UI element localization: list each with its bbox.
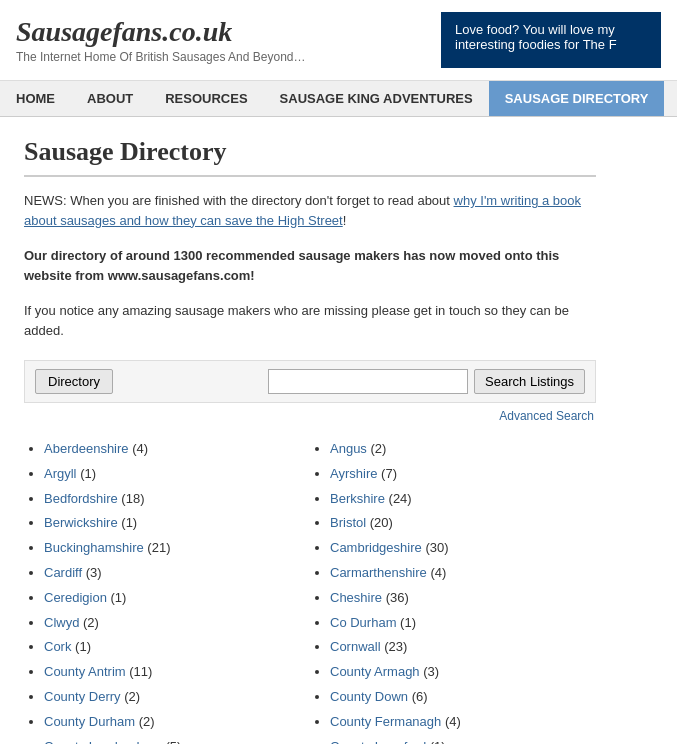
directory-link[interactable]: County Antrim <box>44 664 126 679</box>
directory-link[interactable]: Cheshire <box>330 590 382 605</box>
count-badge: (30) <box>425 540 448 555</box>
list-item: Berkshire (24) <box>330 489 596 510</box>
search-area: Search Listings <box>123 369 585 394</box>
directory-link[interactable]: Bristol <box>330 515 366 530</box>
nav-resources[interactable]: RESOURCES <box>149 81 263 116</box>
list-item: Cork (1) <box>44 637 310 658</box>
list-item: Buckinghamshire (21) <box>44 538 310 559</box>
list-item: Clwyd (2) <box>44 613 310 634</box>
directory-link[interactable]: Cambridgeshire <box>330 540 422 555</box>
directory-link[interactable]: Angus <box>330 441 367 456</box>
nav-adventures[interactable]: SAUSAGE KING ADVENTURES <box>264 81 489 116</box>
count-badge: (6) <box>412 689 428 704</box>
count-badge: (7) <box>381 466 397 481</box>
count-badge: (21) <box>147 540 170 555</box>
site-tagline: The Internet Home Of British Sausages An… <box>16 50 306 64</box>
list-item: Argyll (1) <box>44 464 310 485</box>
directory-link[interactable]: County Armagh <box>330 664 420 679</box>
info-text: If you notice any amazing sausage makers… <box>24 301 596 340</box>
directory-toolbar: Directory Search Listings <box>24 360 596 403</box>
count-badge: (2) <box>139 714 155 729</box>
list-item: Berwickshire (1) <box>44 513 310 534</box>
list-item: Aberdeenshire (4) <box>44 439 310 460</box>
search-listings-button[interactable]: Search Listings <box>474 369 585 394</box>
directory-link[interactable]: County Down <box>330 689 408 704</box>
directory-link[interactable]: Clwyd <box>44 615 79 630</box>
list-item: County Derry (2) <box>44 687 310 708</box>
news-suffix: ! <box>343 213 347 228</box>
nav-press[interactable]: PRESS <box>664 81 677 116</box>
directory-link[interactable]: County Durham <box>44 714 135 729</box>
list-item: Angus (2) <box>330 439 596 460</box>
list-item: Cardiff (3) <box>44 563 310 584</box>
count-badge: (2) <box>371 441 387 456</box>
directory-link[interactable]: Ayrshire <box>330 466 377 481</box>
directory-button[interactable]: Directory <box>35 369 113 394</box>
directory-link[interactable]: Buckinghamshire <box>44 540 144 555</box>
count-badge: (2) <box>83 615 99 630</box>
count-badge: (1) <box>430 739 446 744</box>
main-nav: HOME ABOUT RESOURCES SAUSAGE KING ADVENT… <box>0 81 677 117</box>
list-item: County Armagh (3) <box>330 662 596 683</box>
directory-link[interactable]: Co Durham <box>330 615 396 630</box>
count-badge: (4) <box>430 565 446 580</box>
directory-link[interactable]: Cornwall <box>330 639 381 654</box>
count-badge: (1) <box>80 466 96 481</box>
search-input[interactable] <box>268 369 468 394</box>
directory-list-right: Angus (2)Ayrshire (7)Berkshire (24)Brist… <box>310 439 596 744</box>
news-paragraph: NEWS: When you are finished with the dir… <box>24 191 596 230</box>
directory-col-right: Angus (2)Ayrshire (7)Berkshire (24)Brist… <box>310 439 596 744</box>
directory-link[interactable]: Bedfordshire <box>44 491 118 506</box>
list-item: County Durham (2) <box>44 712 310 733</box>
list-item: Bedfordshire (18) <box>44 489 310 510</box>
nav-about[interactable]: ABOUT <box>71 81 149 116</box>
directory-link[interactable]: Ceredigion <box>44 590 107 605</box>
directory-link[interactable]: Cardiff <box>44 565 82 580</box>
directory-grid: Aberdeenshire (4)Argyll (1)Bedfordshire … <box>24 439 596 744</box>
count-badge: (23) <box>384 639 407 654</box>
list-item: County Antrim (11) <box>44 662 310 683</box>
count-badge: (20) <box>370 515 393 530</box>
nav-directory[interactable]: SAUSAGE DIRECTORY <box>489 81 665 116</box>
directory-link[interactable]: County Derry <box>44 689 121 704</box>
directory-link[interactable]: Berkshire <box>330 491 385 506</box>
list-item: Carmarthenshire (4) <box>330 563 596 584</box>
directory-list-left: Aberdeenshire (4)Argyll (1)Bedfordshire … <box>24 439 310 744</box>
page-title: Sausage Directory <box>24 137 596 177</box>
advanced-search-link-container: Advanced Search <box>24 409 596 423</box>
directory-link[interactable]: Cork <box>44 639 71 654</box>
site-branding: Sausagefans.co.uk The Internet Home Of B… <box>16 16 306 64</box>
count-badge: (1) <box>400 615 416 630</box>
directory-link[interactable]: County Londonderry <box>44 739 162 744</box>
list-item: Bristol (20) <box>330 513 596 534</box>
count-badge: (11) <box>129 664 152 679</box>
directory-link[interactable]: Argyll <box>44 466 77 481</box>
count-badge: (1) <box>75 639 91 654</box>
count-badge: (24) <box>389 491 412 506</box>
main-content: Sausage Directory NEWS: When you are fin… <box>0 117 620 744</box>
site-header: Sausagefans.co.uk The Internet Home Of B… <box>0 0 677 81</box>
count-badge: (3) <box>86 565 102 580</box>
news-prefix: NEWS: When you are finished with the dir… <box>24 193 454 208</box>
list-item: Co Durham (1) <box>330 613 596 634</box>
nav-home[interactable]: HOME <box>0 81 71 116</box>
list-item: County Fermanagh (4) <box>330 712 596 733</box>
bold-notice: Our directory of around 1300 recommended… <box>24 246 596 285</box>
advanced-search-link[interactable]: Advanced Search <box>499 409 594 423</box>
count-badge: (36) <box>386 590 409 605</box>
count-badge: (4) <box>132 441 148 456</box>
list-item: County Londonderry (5) <box>44 737 310 744</box>
count-badge: (5) <box>165 739 181 744</box>
directory-link[interactable]: Carmarthenshire <box>330 565 427 580</box>
directory-col-left: Aberdeenshire (4)Argyll (1)Bedfordshire … <box>24 439 310 744</box>
directory-link[interactable]: County Fermanagh <box>330 714 441 729</box>
list-item: Cheshire (36) <box>330 588 596 609</box>
directory-link[interactable]: Berwickshire <box>44 515 118 530</box>
list-item: Cornwall (23) <box>330 637 596 658</box>
count-badge: (1) <box>111 590 127 605</box>
directory-link[interactable]: County Longford <box>330 739 426 744</box>
directory-link[interactable]: Aberdeenshire <box>44 441 129 456</box>
list-item: County Longford (1) <box>330 737 596 744</box>
count-badge: (18) <box>121 491 144 506</box>
list-item: Cambridgeshire (30) <box>330 538 596 559</box>
